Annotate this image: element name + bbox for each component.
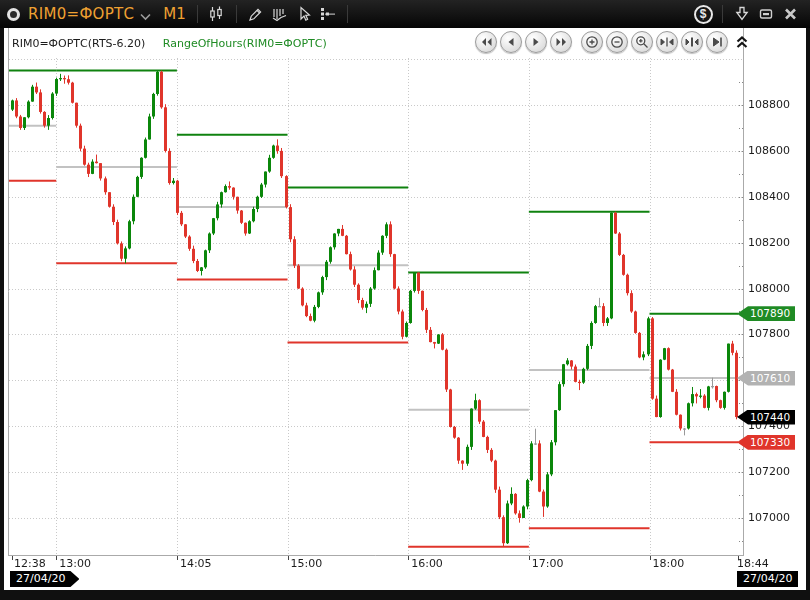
chart-window-titlebar: RIM0=ФОРТС M1 [0,0,810,28]
time-axis-label: 15:00 [291,557,323,570]
date-badge-left: 27/04/20 [10,571,79,587]
dollar-icon: $ [694,5,713,24]
download-arrow-icon [734,6,750,22]
chart-style-candles-button[interactable] [205,3,229,25]
zoom-select-button[interactable] [631,31,653,53]
volume-profile-button[interactable] [268,3,292,25]
price-axis-label: 108400 [748,190,790,204]
fast-back-button[interactable] [475,31,497,53]
price-badge-range-low: 107330 [737,435,795,450]
cursor-tool-button[interactable] [292,3,316,25]
toolbar-separator [722,5,723,23]
compress-scale-button[interactable] [656,31,678,53]
auto-scale-button[interactable] [681,31,703,53]
restore-window-icon [758,7,774,21]
zoom-in-button[interactable] [581,31,603,53]
download-data-button[interactable] [730,3,754,25]
price-badge-range-high: 107890 [737,306,795,321]
titlebar-right-controls: $ [691,3,802,25]
time-axis-label: 12:38 [14,557,46,570]
symbol-label[interactable]: RIM0=ФОРТС [28,5,134,23]
price-axis-label: 108200 [748,236,790,250]
trading-chart-window: RIM0=ФОРТС M1 [0,0,810,600]
price-axis-label: 107200 [748,465,790,479]
chart-nav-toolbar [475,31,750,53]
levels-tool-button[interactable] [316,3,340,25]
price-axis-label: 107000 [748,511,790,525]
zoom-out-button[interactable] [606,31,628,53]
time-axis-label: 14:05 [180,557,212,570]
go-to-end-button[interactable] [706,31,728,53]
collapse-toolbar-button[interactable] [734,33,750,51]
toolbar-separator [197,5,198,23]
app-logo [7,8,20,21]
draw-pencil-button[interactable] [244,3,268,25]
fast-forward-button[interactable] [550,31,572,53]
restore-window-button[interactable] [754,3,778,25]
legend-instrument: RIM0=ФОРТС(RTS-6.20) [12,37,145,50]
price-badge-range-mid: 107610 [737,371,795,386]
account-currency-button[interactable]: $ [691,3,715,25]
price-axis-label: 107800 [748,327,790,341]
legend-indicator: RangeOfHours(RIM0=ФОРТС) [163,37,327,50]
price-axis-label: 108000 [748,282,790,296]
time-axis-label: 13:00 [59,557,91,570]
step-forward-button[interactable] [525,31,547,53]
step-back-button[interactable] [500,31,522,53]
time-axis-label: 17:00 [532,557,564,570]
price-axis-label: 108800 [748,98,790,112]
close-icon [783,7,798,21]
price-axis-label: 108600 [748,144,790,158]
chart-area: RIM0=ФОРТС(RTS-6.20) RangeOfHours(RIM0=Ф… [4,28,806,590]
chart-legend: RIM0=ФОРТС(RTS-6.20) RangeOfHours(RIM0=Ф… [12,37,327,50]
timeframe-label[interactable]: M1 [163,5,186,23]
time-axis-label: 18:44 [737,557,769,570]
price-badge-last-price: 107440 [737,410,795,425]
toolbar-separator [236,5,237,23]
toolbar-separator [347,5,348,23]
close-window-button[interactable] [778,3,802,25]
time-axis-label: 18:00 [653,557,685,570]
chevron-double-up-icon [735,35,749,50]
date-badge-right: 27/04/20 [737,571,798,587]
symbol-dropdown-chevron-icon[interactable] [140,6,151,25]
time-axis-label: 16:00 [411,557,443,570]
price-chart-canvas[interactable] [4,28,806,590]
